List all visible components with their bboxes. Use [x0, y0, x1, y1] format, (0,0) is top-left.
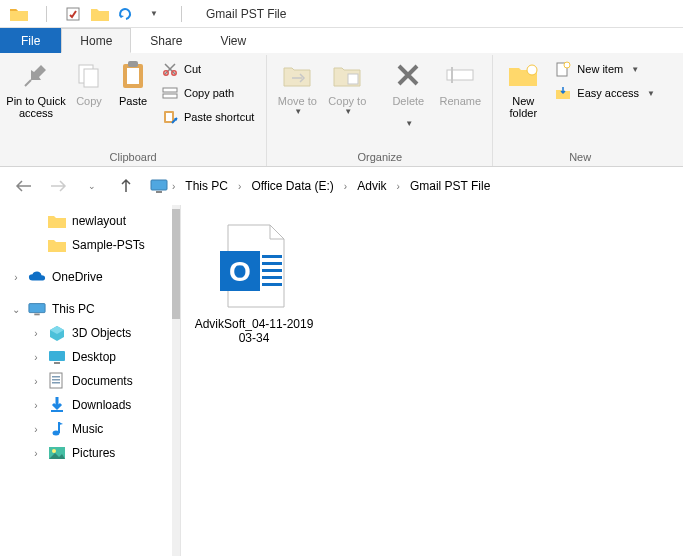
- tree-item-label: Sample-PSTs: [72, 238, 145, 252]
- new-item-button[interactable]: New item▼: [549, 57, 661, 81]
- pst-file-icon: O: [214, 221, 294, 311]
- thispc-icon: [28, 300, 46, 318]
- folder-app-icon[interactable]: [6, 3, 32, 25]
- music-icon: [48, 420, 66, 438]
- qat-separator: [168, 3, 194, 25]
- tree-item-label: Music: [72, 422, 103, 436]
- breadcrumb-crumb[interactable]: Advik: [351, 176, 392, 196]
- tree-item[interactable]: ⌄This PC: [0, 297, 180, 321]
- copy-path-button[interactable]: Copy path: [156, 81, 260, 105]
- tree-item-label: Desktop: [72, 350, 116, 364]
- tree-item[interactable]: ›Documents: [0, 369, 180, 393]
- ribbon: Pin to Quick access Copy Paste: [0, 53, 683, 167]
- monitor-icon: [150, 178, 168, 194]
- up-button[interactable]: [112, 172, 140, 200]
- new-item-icon: [555, 61, 571, 77]
- tab-home[interactable]: Home: [61, 28, 131, 53]
- folder-icon: [48, 236, 66, 254]
- rename-button[interactable]: Rename: [434, 57, 486, 109]
- move-to-button[interactable]: Move to▼: [273, 57, 321, 118]
- scrollbar[interactable]: [172, 205, 180, 556]
- ribbon-tabs: File Home Share View: [0, 28, 683, 53]
- scrollbar-thumb[interactable]: [172, 209, 180, 319]
- tree-item[interactable]: ›Downloads: [0, 393, 180, 417]
- breadcrumb-crumb[interactable]: This PC: [179, 176, 234, 196]
- tree-item[interactable]: ›Pictures: [0, 441, 180, 465]
- copy-icon: [73, 59, 105, 91]
- expand-icon[interactable]: ›: [30, 424, 42, 435]
- svg-rect-28: [51, 410, 63, 412]
- copy-path-label: Copy path: [184, 87, 234, 99]
- expand-icon[interactable]: ›: [30, 400, 42, 411]
- cut-button[interactable]: Cut: [156, 57, 260, 81]
- tab-share[interactable]: Share: [131, 28, 201, 53]
- new-folder-button[interactable]: New folder: [499, 57, 547, 121]
- paste-shortcut-label: Paste shortcut: [184, 111, 254, 123]
- file-list[interactable]: O AdvikSoft_04-11-2019 03-34: [181, 205, 683, 556]
- copy-to-button[interactable]: Copy to▼: [323, 57, 371, 118]
- easy-access-button[interactable]: Easy access▼: [549, 81, 661, 105]
- qat-dropdown-icon[interactable]: ▼: [141, 3, 167, 25]
- file-item[interactable]: O AdvikSoft_04-11-2019 03-34: [189, 221, 319, 345]
- ribbon-group-new: New folder New item▼ Easy access▼ New: [493, 55, 667, 166]
- delete-button[interactable]: Delete▼: [384, 57, 432, 130]
- title-bar: ▼ Gmail PST File: [0, 0, 683, 28]
- tree-item[interactable]: ›3D Objects: [0, 321, 180, 345]
- tab-file[interactable]: File: [0, 28, 61, 53]
- tree-item[interactable]: ›OneDrive: [0, 265, 180, 289]
- svg-rect-34: [262, 255, 282, 258]
- breadcrumb-sep: ›: [342, 181, 349, 192]
- tree-item[interactable]: ›Music: [0, 417, 180, 441]
- cut-icon: [162, 61, 178, 77]
- svg-rect-38: [262, 283, 282, 286]
- breadcrumb-crumb[interactable]: Office Data (E:): [245, 176, 339, 196]
- tree-item[interactable]: ›Desktop: [0, 345, 180, 369]
- svg-rect-9: [163, 94, 177, 98]
- content-area: newlayoutSample-PSTs›OneDrive⌄This PC›3D…: [0, 205, 683, 556]
- properties-icon[interactable]: [60, 3, 86, 25]
- documents-icon: [48, 372, 66, 390]
- paste-shortcut-button[interactable]: Paste shortcut: [156, 105, 260, 129]
- forward-button[interactable]: [44, 172, 72, 200]
- tree-item-label: Documents: [72, 374, 133, 388]
- tree-item[interactable]: Sample-PSTs: [0, 233, 180, 257]
- tree-item-label: Pictures: [72, 446, 115, 460]
- move-to-label: Move to: [278, 95, 317, 107]
- breadcrumb-sep: ›: [395, 181, 402, 192]
- expand-icon[interactable]: ›: [10, 272, 22, 283]
- undo-icon[interactable]: [114, 3, 140, 25]
- paste-button[interactable]: Paste: [112, 57, 154, 109]
- breadcrumb[interactable]: › This PC › Office Data (E:) › Advik › G…: [146, 173, 673, 199]
- svg-rect-8: [163, 88, 177, 92]
- paste-icon: [117, 59, 149, 91]
- expand-icon[interactable]: ›: [30, 328, 42, 339]
- delete-label: Delete: [392, 95, 424, 107]
- recent-dropdown[interactable]: ⌄: [78, 172, 106, 200]
- svg-rect-2: [84, 69, 98, 87]
- tree-item-label: newlayout: [72, 214, 126, 228]
- new-folder-qat-icon[interactable]: [87, 3, 113, 25]
- svg-rect-35: [262, 262, 282, 265]
- copy-path-icon: [162, 85, 178, 101]
- expand-icon[interactable]: ⌄: [10, 304, 22, 315]
- tab-view[interactable]: View: [201, 28, 265, 53]
- svg-rect-12: [348, 74, 358, 84]
- pin-to-quick-access-button[interactable]: Pin to Quick access: [6, 57, 66, 121]
- tree-item[interactable]: newlayout: [0, 209, 180, 233]
- pin-label: Pin to Quick access: [6, 95, 66, 119]
- expand-icon[interactable]: ›: [30, 448, 42, 459]
- folder-icon: [48, 212, 66, 230]
- expand-icon[interactable]: ›: [30, 352, 42, 363]
- new-folder-label: New folder: [499, 95, 547, 119]
- back-button[interactable]: [10, 172, 38, 200]
- quick-access-toolbar: ▼: [0, 3, 194, 25]
- svg-rect-13: [447, 70, 473, 80]
- breadcrumb-crumb[interactable]: Gmail PST File: [404, 176, 496, 196]
- desktop-icon: [48, 348, 66, 366]
- svg-rect-21: [34, 314, 39, 316]
- expand-icon[interactable]: ›: [30, 376, 42, 387]
- copy-button[interactable]: Copy: [68, 57, 110, 109]
- window-title: Gmail PST File: [206, 7, 286, 21]
- easy-access-label: Easy access: [577, 87, 639, 99]
- new-folder-icon: [507, 59, 539, 91]
